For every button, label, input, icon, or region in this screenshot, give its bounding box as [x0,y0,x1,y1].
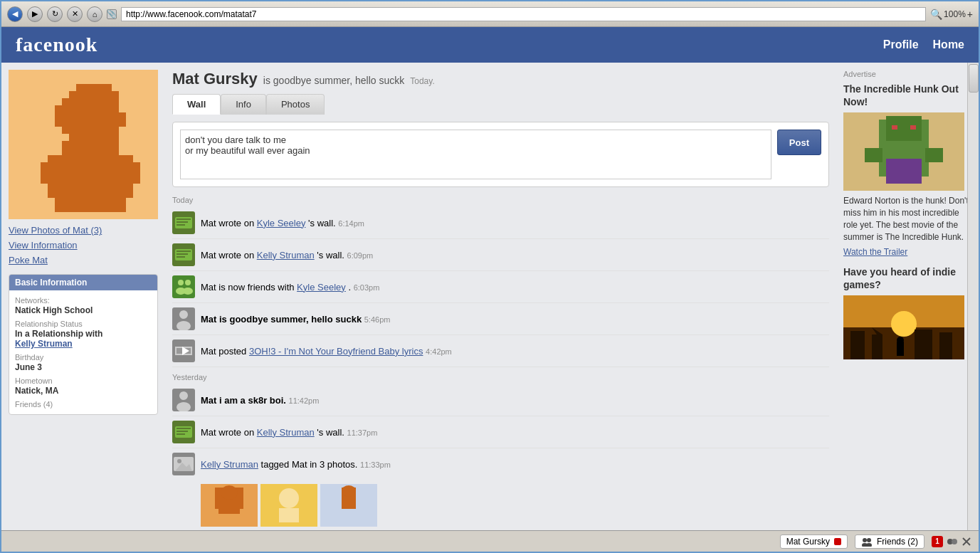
right-sidebar: Advertise The Incredible Hunk Out Now! [836,63,979,533]
profile-status-time: Today. [410,76,434,86]
feed-link-y2[interactable]: Kelly Struman [257,427,315,438]
ad-image-2 [843,295,964,359]
svg-rect-61 [886,116,922,141]
notification-badge[interactable]: 1 [932,536,943,547]
svg-rect-1 [76,84,112,91]
profile-name: Mat Gursky [172,70,258,88]
svg-rect-67 [910,125,916,130]
svg-point-27 [185,280,191,285]
photos-icon [172,453,195,475]
svg-point-79 [863,538,867,542]
svg-rect-2 [69,91,119,98]
svg-point-26 [178,280,184,285]
svg-point-71 [891,311,917,337]
feed-item: Mat is now friends with Kyle Seeley . 6:… [172,271,829,303]
feed-time-3: 6:03pm [354,283,380,292]
chat-icon [946,536,959,547]
birthday-value: June 3 [15,362,152,372]
status-dot [834,538,841,545]
feed-link-5[interactable]: 3OH!3 - I'm Not Your Boyfriend Baby lyri… [249,346,423,357]
feed-time-2: 6:09pm [347,251,374,260]
ad-title-2: Have you heard of indie games? [843,265,971,291]
svg-rect-43 [176,431,188,432]
tab-photos[interactable]: Photos [266,94,325,115]
home-nav-link[interactable]: Home [933,38,964,51]
feed-item: Mat wrote on Kelly Struman 's wall. 6:09… [172,239,829,271]
svg-point-29 [183,288,193,295]
svg-rect-75 [915,330,932,359]
feed-text: Mat posted 3OH!3 - I'm Not Your Boyfrien… [201,346,829,357]
basic-info-title: Basic Information [9,275,157,290]
photo-thumbs [201,484,377,527]
friends-icon [172,275,195,298]
svg-rect-4 [55,105,119,112]
svg-rect-25 [172,275,195,298]
refresh-button[interactable]: ↻ [47,6,63,22]
svg-rect-9 [62,141,119,155]
post-icon [172,339,195,362]
status-bar: Mat Gursky Friends (2) 1 [1,530,979,552]
wall-textarea[interactable]: don't you dare talk to me or my beautifu… [180,130,771,179]
feed-link-1[interactable]: Kyle Seeley [257,218,306,228]
forward-button[interactable]: ▶ [27,6,43,22]
feed-link-2[interactable]: Kelly Struman [257,250,315,260]
wall-post-icon [172,421,195,443]
left-sidebar: View Photos of Mat (3) View Information … [1,63,165,533]
svg-rect-11 [41,162,140,169]
address-bar[interactable] [121,7,926,21]
photo-thumb-1[interactable] [201,484,258,527]
feed-link-3[interactable]: Kyle Seeley [297,282,346,293]
bookmark-button[interactable]: 📎 [107,9,117,19]
svg-rect-14 [55,198,126,212]
svg-rect-72 [850,331,865,359]
view-information-link[interactable]: View Information [9,240,158,251]
friends-label: Friends (4) [15,400,152,409]
back-button[interactable]: ◀ [7,6,23,22]
tabs: Wall Info Photos [172,94,829,115]
feed-time-y2: 11:37pm [347,428,378,437]
ad-description-1: Edward Norton is the hunk! Don't miss hi… [843,195,971,243]
svg-rect-52 [218,500,240,514]
post-button[interactable]: Post [777,130,821,155]
feed-item: Mat wrote on Kyle Seeley 's wall. 6:14pm [172,207,829,239]
svg-point-58 [342,485,356,497]
photo-thumb-2[interactable] [260,484,317,527]
profile-nav-link[interactable]: Profile [883,38,919,51]
view-photos-link[interactable]: View Photos of Mat (3) [9,225,158,236]
zoom-in-icon[interactable]: + [967,9,973,20]
feed-item: Mat posted 3OH!3 - I'm Not Your Boyfrien… [172,335,829,367]
partner-link[interactable]: Kelly Struman [15,339,73,349]
profile-status: is goodbye summer, hello suckk [263,75,404,86]
zoom-out-icon[interactable]: 🔍 [930,9,942,20]
ad-box-1: The Incredible Hunk Out Now! [843,83,971,257]
status-user[interactable]: Mat Gursky [780,534,848,549]
svg-rect-42 [176,428,191,429]
tab-wall[interactable]: Wall [172,94,221,115]
photo-thumb-3[interactable] [320,484,377,527]
tagger-link[interactable]: Kelly Struman [201,459,258,470]
feed-item: Mat is goodbye summer, hello suckk 5:46p… [172,303,829,335]
fb-logo[interactable]: facenook [16,33,98,56]
watch-trailer-link[interactable]: Watch the Trailer [843,247,907,257]
svg-point-80 [867,538,871,542]
ad-title-1: The Incredible Hunk Out Now! [843,83,971,108]
svg-rect-22 [176,251,191,252]
wall-post-icon [172,211,195,234]
facebook-header: facenook Profile Home [1,27,979,63]
stop-button[interactable]: ✕ [67,6,83,22]
svg-rect-8 [69,134,119,141]
tab-info[interactable]: Info [221,94,266,115]
feed-time-y3: 11:33pm [360,460,391,469]
svg-point-54 [279,488,299,508]
svg-rect-64 [865,148,882,162]
home-button[interactable]: ⌂ [87,6,102,22]
feed-text: Mat wrote on Kelly Struman 's wall. 6:09… [201,250,829,260]
fb-nav: Profile Home [883,38,964,51]
poke-link[interactable]: Poke Mat [9,255,158,265]
center-content: Mat Gursky is goodbye summer, hello suck… [165,63,836,533]
scrollbar[interactable] [967,63,979,533]
networks-label: Networks: [15,296,152,305]
feed-text: Mat i am a sk8r boi. 11:42pm [201,395,829,406]
status-friends[interactable]: Friends (2) [855,534,924,549]
scrollbar-thumb[interactable] [969,64,979,93]
